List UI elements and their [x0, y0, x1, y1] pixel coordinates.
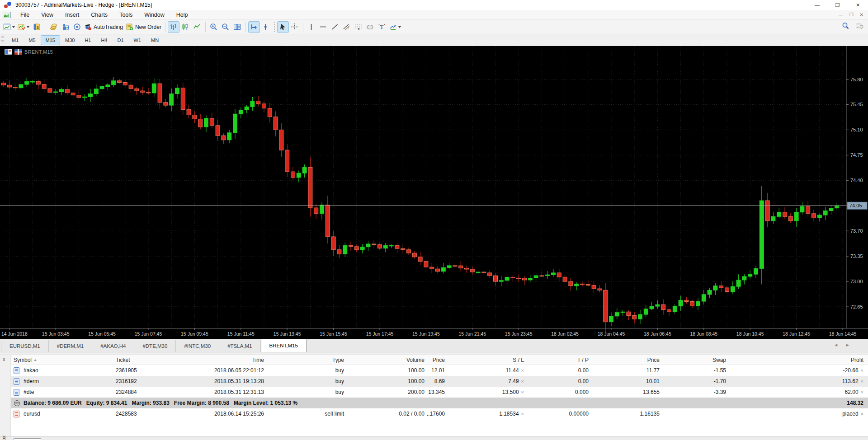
navigator-button[interactable]	[60, 22, 71, 33]
sl-cell: 13.500×	[448, 389, 527, 395]
timeframe-w1[interactable]: W1	[129, 36, 146, 45]
close-position-icon[interactable]: ×	[861, 411, 863, 417]
expand-balance-icon[interactable]	[14, 400, 20, 406]
remove-sl-icon[interactable]: ×	[521, 389, 524, 395]
strategy-tester-button[interactable]	[71, 22, 82, 33]
zoom-in-button[interactable]	[208, 22, 219, 33]
profiles-button[interactable]	[17, 22, 30, 33]
sell-order-icon	[14, 411, 19, 417]
type-cell: sell limit	[267, 411, 347, 417]
mdi-minimize-button[interactable]: —	[839, 12, 843, 17]
new-chart-button[interactable]	[2, 22, 16, 33]
column-header-time[interactable]: Time	[202, 357, 267, 363]
auto-scroll-button[interactable]	[249, 22, 259, 33]
chart-tab-dtem30[interactable]: #DTE,M30	[134, 340, 176, 352]
mdi-restore-button[interactable]: ❐	[849, 12, 854, 17]
menu-item-insert[interactable]: Insert	[59, 11, 85, 19]
close-position-icon[interactable]: ×	[861, 368, 863, 373]
column-header-type[interactable]: Type	[267, 357, 347, 363]
trade-row-eurusd[interactable]: eurusd24285832018.06.14 15:25:26sell lim…	[11, 408, 868, 419]
chart-tab-akaoh4[interactable]: #AKAO,H4	[92, 340, 134, 352]
chart-shift-button[interactable]	[260, 22, 271, 33]
title-bar[interactable]: 30003757 - AdmiralMarkets-Live - Hedge -…	[0, 0, 868, 10]
column-header-swap[interactable]: Swap	[662, 357, 729, 363]
column-header-price[interactable]: Price	[427, 357, 448, 363]
sl-cell: 1.18534×	[448, 411, 527, 417]
chart-tab-intcm30[interactable]: #INTC,M30	[176, 340, 219, 352]
cursor-button[interactable]	[278, 22, 288, 33]
menu-item-help[interactable]: Help	[170, 11, 194, 19]
ellipse-button[interactable]	[365, 22, 376, 33]
menu-item-file[interactable]: File	[14, 11, 35, 19]
remove-sl-icon[interactable]: ×	[521, 411, 524, 417]
timeframe-m15[interactable]: M15	[41, 36, 60, 45]
menu-item-window[interactable]: Window	[138, 11, 170, 19]
mdi-close-button[interactable]: ✕	[860, 12, 863, 17]
time-axis-label: 15 Jun 09:45	[181, 331, 208, 337]
timeframe-mn[interactable]: MN	[146, 36, 163, 45]
column-header-profit[interactable]: Profit	[729, 357, 866, 363]
chart-tab-tslam1[interactable]: #TSLA,M1	[219, 340, 260, 352]
column-header-t-p[interactable]: T / P	[527, 357, 591, 363]
column-header-price[interactable]: Price	[591, 357, 662, 363]
chart-window: BRENT,M15 75.8075.4575.1074.7574.4074.05…	[0, 46, 868, 339]
new-order-button[interactable]: New Order	[125, 22, 162, 33]
trade-row-dte[interactable]: #dte23248842018.05.31 12:31:13buy200.001…	[11, 387, 868, 398]
tabs-scroll-left-icon[interactable]: ◄	[834, 342, 838, 347]
horizontal-line-button[interactable]	[318, 22, 329, 33]
close-button[interactable]: ✕	[848, 0, 868, 10]
sl-cell: 7.49×	[448, 378, 527, 384]
chart-tab-eurusdm1[interactable]: EURUSD,M1	[1, 340, 49, 352]
timeframe-m1[interactable]: M1	[7, 36, 23, 45]
column-header-ticket[interactable]: Ticket	[113, 357, 202, 363]
tile-windows-button[interactable]	[232, 22, 243, 33]
timeframe-m5[interactable]: M5	[24, 36, 40, 45]
candles-chart-button[interactable]	[180, 22, 191, 33]
menu-item-view[interactable]: View	[35, 11, 59, 19]
text-button[interactable]: T	[377, 22, 387, 33]
search-icon[interactable]	[842, 22, 849, 32]
toolbox-close-icon[interactable]: x	[3, 357, 5, 362]
chat-icon[interactable]	[856, 22, 863, 32]
zoom-out-button[interactable]	[220, 22, 231, 33]
mt5-logo-icon	[4, 1, 13, 9]
restore-button[interactable]: ❐	[827, 0, 848, 10]
balance-row[interactable]: Balance: 9 686.09 EUR Equity: 9 834.41 M…	[11, 398, 868, 408]
vertical-line-button[interactable]	[306, 22, 317, 33]
trend-line-button[interactable]	[330, 22, 340, 33]
tab-trade[interactable]: Trade	[14, 438, 41, 440]
symbols-button[interactable]: $	[31, 22, 42, 33]
trade-row-derm[interactable]: #derm23161922018.05.31 19:13:28buy100.00…	[11, 376, 868, 387]
one-click-trading-icon[interactable]	[5, 49, 12, 55]
timeframe-d1[interactable]: D1	[113, 36, 128, 45]
chart-tab-dermm1[interactable]: #DERM,M1	[49, 340, 92, 352]
remove-sl-icon[interactable]: ×	[521, 368, 524, 373]
market-watch-button[interactable]	[48, 22, 59, 33]
column-header-symbol[interactable]: Symbol	[11, 357, 113, 363]
bars-chart-button[interactable]	[168, 22, 179, 33]
price-chart[interactable]: 75.8075.4575.1074.7574.4074.0573.7073.35…	[0, 46, 868, 339]
toolbar-grip[interactable]	[1, 36, 4, 44]
chart-tab-brentm15[interactable]: BRENT,M15	[261, 339, 307, 352]
autotrading-button[interactable]: AutoTrading	[83, 22, 124, 33]
close-position-icon[interactable]: ×	[861, 389, 863, 395]
equidistant-channel-button[interactable]: f	[341, 22, 352, 33]
current-price-label: 74.05	[849, 203, 862, 208]
crosshair-button[interactable]	[289, 22, 300, 33]
timeframe-m30[interactable]: M30	[61, 36, 79, 45]
close-position-icon[interactable]: ×	[861, 379, 863, 384]
fibonacci-button[interactable]: F	[353, 22, 364, 33]
column-header-s-l[interactable]: S / L	[448, 357, 527, 363]
menu-item-tools[interactable]: Tools	[113, 11, 138, 19]
trade-row-akao[interactable]: #akao23619052018.06.05 22:01:12buy100.00…	[11, 365, 868, 376]
minimize-button[interactable]: —	[807, 0, 827, 10]
tabs-scroll-right-icon[interactable]: ►	[845, 342, 850, 347]
menu-item-charts[interactable]: Charts	[85, 11, 113, 19]
timeframe-h4[interactable]: H4	[96, 36, 112, 45]
remove-sl-icon[interactable]: ×	[521, 379, 524, 384]
toolbox-vertical-label[interactable]: Toolbox	[1, 435, 6, 440]
timeframe-h1[interactable]: H1	[80, 36, 95, 45]
line-chart-button[interactable]	[192, 22, 203, 33]
objects-dropdown-button[interactable]	[388, 22, 402, 33]
column-header-volume[interactable]: Volume	[347, 357, 427, 363]
